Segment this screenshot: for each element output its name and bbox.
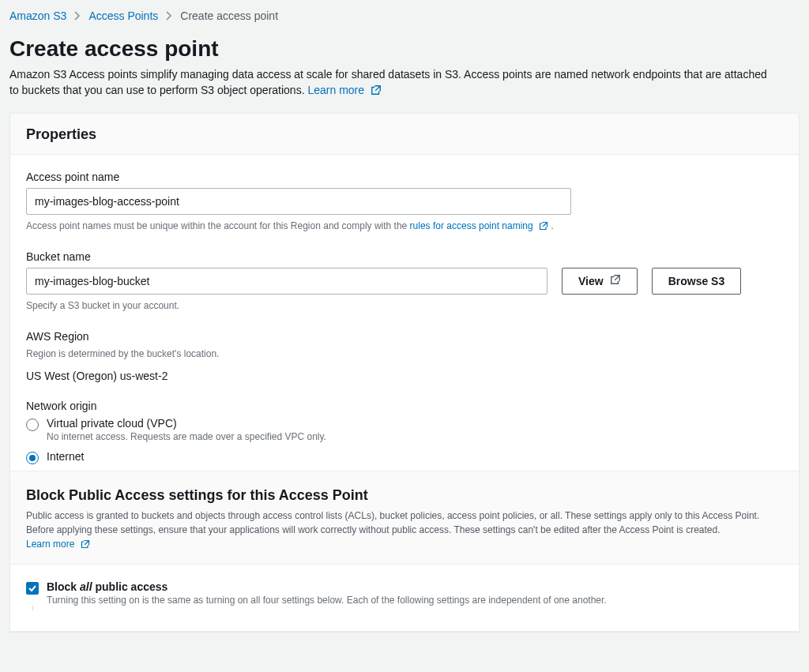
- aws-region-label: AWS Region: [26, 330, 783, 343]
- block-all-checkbox[interactable]: [26, 582, 39, 595]
- chevron-right-icon: [74, 11, 81, 21]
- bpa-header-section: Block Public Access settings for this Ac…: [10, 471, 799, 615]
- properties-heading: Properties: [26, 126, 783, 143]
- browse-s3-button[interactable]: Browse S3: [652, 268, 742, 295]
- access-point-name-input[interactable]: [26, 188, 571, 215]
- field-aws-region: AWS Region Region is determined by the b…: [26, 330, 783, 381]
- external-link-icon: [610, 274, 621, 287]
- radio-icon: [26, 452, 39, 464]
- bucket-name-help: Specify a S3 bucket in your account.: [26, 299, 783, 313]
- external-link-icon: [539, 221, 548, 231]
- block-all-public-access-row: Block all public access Turning this set…: [26, 580, 783, 606]
- panel-header: Properties: [10, 114, 799, 155]
- aws-region-value: US West (Oregon) us-west-2: [26, 370, 783, 382]
- radio-vpc-title: Virtual private cloud (VPC): [47, 417, 326, 430]
- radio-internet[interactable]: Internet: [26, 450, 783, 464]
- bucket-name-label: Bucket name: [26, 250, 783, 263]
- breadcrumb-current: Create access point: [180, 9, 278, 22]
- bucket-name-input[interactable]: [26, 268, 547, 295]
- block-all-sub: Turning this setting on is the same as t…: [47, 595, 607, 606]
- page-description: Amazon S3 Access points simplify managin…: [9, 66, 768, 99]
- properties-panel: Properties Access point name Access poin…: [9, 113, 800, 632]
- bpa-heading: Block Public Access settings for this Ac…: [26, 487, 783, 504]
- breadcrumb: Amazon S3 Access Points Create access po…: [9, 6, 800, 32]
- aws-region-help: Region is determined by the bucket's loc…: [26, 347, 783, 361]
- external-link-icon: [81, 539, 90, 549]
- access-point-name-help: Access point names must be unique within…: [26, 220, 783, 233]
- rules-naming-link[interactable]: rules for access point naming: [410, 220, 551, 231]
- bpa-description: Public access is granted to buckets and …: [26, 509, 783, 551]
- radio-vpc[interactable]: Virtual private cloud (VPC) No internet …: [26, 417, 783, 442]
- block-all-title: Block all public access: [47, 580, 607, 593]
- network-origin-label: Network origin: [26, 400, 783, 412]
- learn-more-link[interactable]: Learn more: [307, 84, 381, 96]
- field-network-origin: Network origin Virtual private cloud (VP…: [26, 400, 783, 464]
- external-link-icon: [371, 84, 382, 96]
- page-title: Create access point: [9, 36, 800, 62]
- access-point-name-label: Access point name: [26, 171, 783, 183]
- field-access-point-name: Access point name Access point names mus…: [26, 171, 783, 233]
- radio-icon: [26, 419, 39, 431]
- tree-line: [32, 606, 783, 610]
- view-bucket-button[interactable]: View: [562, 268, 638, 295]
- breadcrumb-link-s3[interactable]: Amazon S3: [9, 9, 66, 22]
- field-bucket-name: Bucket name View Browse S3 Specify a S3 …: [26, 250, 783, 313]
- chevron-right-icon: [166, 11, 172, 21]
- bpa-learn-more-link[interactable]: Learn more: [26, 539, 90, 550]
- breadcrumb-link-access-points[interactable]: Access Points: [88, 9, 158, 22]
- radio-internet-title: Internet: [47, 450, 84, 463]
- radio-vpc-sub: No internet access. Requests are made ov…: [47, 431, 326, 442]
